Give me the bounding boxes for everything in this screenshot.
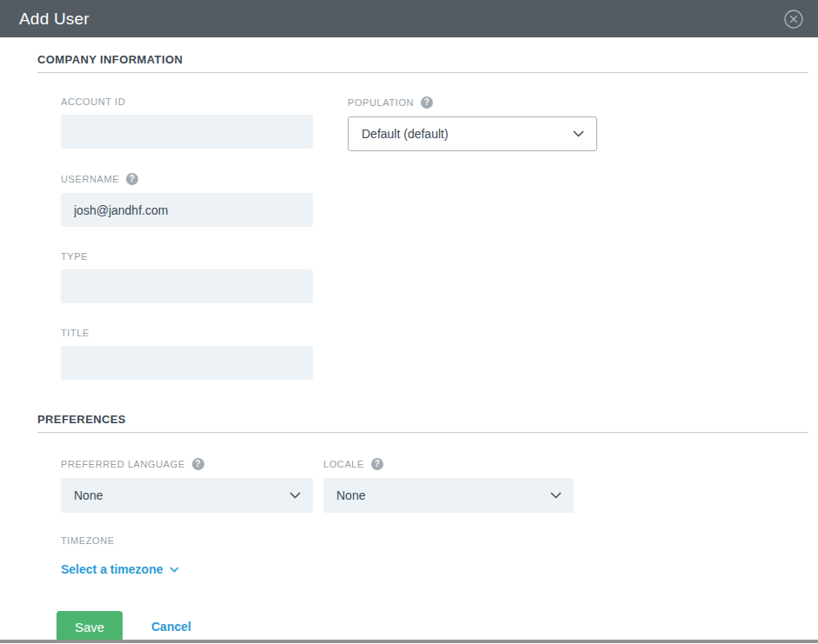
- dialog-header: Add User: [0, 0, 818, 37]
- title-label: TITLE: [61, 328, 313, 338]
- close-button[interactable]: [781, 7, 806, 31]
- username-input[interactable]: [61, 193, 313, 227]
- account-id-input[interactable]: [61, 115, 313, 149]
- field-population: POPULATION ? Default (default): [348, 96, 597, 151]
- locale-help-icon[interactable]: ?: [371, 458, 383, 470]
- cancel-button[interactable]: Cancel: [151, 620, 191, 634]
- field-locale: LOCALE ? None: [323, 458, 574, 513]
- chevron-down-icon: [573, 130, 584, 137]
- section-company-information: COMPANY INFORMATION: [37, 53, 808, 73]
- preferred-language-help-icon[interactable]: ?: [192, 458, 204, 470]
- locale-selected-value: None: [336, 488, 365, 502]
- title-input[interactable]: [61, 346, 313, 380]
- username-help-icon[interactable]: ?: [126, 173, 138, 185]
- username-label: USERNAME ?: [61, 173, 313, 185]
- preferred-language-select[interactable]: None: [61, 478, 313, 513]
- field-account-id: ACCOUNT ID: [61, 96, 313, 149]
- company-form: ACCOUNT ID USERNAME ? TYPE: [37, 73, 808, 380]
- section-preferences: PREFERENCES: [37, 413, 808, 433]
- dialog-footer: Save Cancel: [57, 611, 808, 642]
- locale-label: LOCALE ?: [323, 458, 574, 470]
- field-title: TITLE: [61, 328, 313, 380]
- timezone-link-text: Select a timezone: [61, 562, 163, 576]
- timezone-label: TIMEZONE: [61, 535, 808, 546]
- type-label: TYPE: [61, 251, 313, 262]
- population-label: POPULATION ?: [348, 96, 597, 109]
- save-button[interactable]: Save: [57, 611, 123, 642]
- chevron-down-icon: [289, 492, 301, 499]
- horizontal-scrollbar[interactable]: [0, 640, 818, 643]
- field-type: TYPE: [61, 251, 313, 303]
- field-preferred-language: PREFERRED LANGUAGE ? None: [61, 458, 313, 513]
- timezone-select-link[interactable]: Select a timezone: [61, 562, 179, 576]
- type-input[interactable]: [61, 269, 313, 303]
- preferred-language-label: PREFERRED LANGUAGE ?: [61, 458, 313, 470]
- field-username: USERNAME ?: [61, 173, 313, 227]
- preferences-form: PREFERRED LANGUAGE ? None LOCALE ? None: [37, 433, 808, 513]
- dialog-body: COMPANY INFORMATION ACCOUNT ID USERNAME …: [0, 53, 818, 642]
- add-user-dialog: Add User COMPANY INFORMATION ACCOUNT ID: [0, 0, 818, 642]
- population-selected-value: Default (default): [362, 127, 449, 141]
- preferred-language-selected-value: None: [74, 488, 103, 502]
- chevron-down-icon: [170, 567, 179, 573]
- close-icon: [783, 9, 804, 30]
- chevron-down-icon: [550, 492, 562, 499]
- population-select[interactable]: Default (default): [348, 116, 597, 151]
- population-help-icon[interactable]: ?: [421, 96, 433, 109]
- field-timezone: TIMEZONE Select a timezone: [37, 535, 808, 577]
- dialog-title: Add User: [19, 10, 90, 29]
- account-id-label: ACCOUNT ID: [61, 96, 313, 107]
- locale-select[interactable]: None: [323, 478, 574, 513]
